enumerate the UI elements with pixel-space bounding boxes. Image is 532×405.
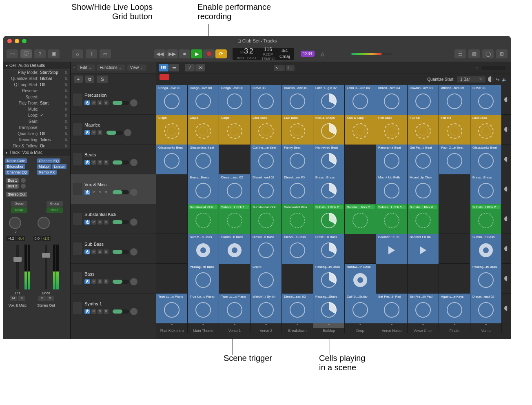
view-menu[interactable]: View ⌄ — [127, 65, 146, 71]
bus-chip[interactable]: Bus 1 — [6, 178, 19, 183]
loop-cell[interactable]: True Lo...c Piano — [219, 294, 250, 323]
mute-button[interactable]: M — [91, 309, 96, 314]
loop-cell[interactable]: Substa...l Kick.2 — [313, 204, 345, 234]
scene-trigger[interactable]: ⌃ — [470, 323, 502, 328]
solo-button[interactable]: S — [98, 249, 102, 254]
solo-button[interactable]: S — [98, 160, 102, 165]
power-button[interactable]: ⏻ — [84, 279, 90, 284]
channel-fader-r[interactable]: BnceMSStereo Out — [36, 243, 56, 307]
plugin-chip[interactable]: Remix FX — [37, 170, 57, 175]
loop-cell[interactable]: Conga...ove 08 — [156, 85, 188, 115]
edit-menu[interactable]: Edit ⌄ — [77, 65, 95, 71]
rec-enable-button[interactable]: R — [104, 249, 109, 254]
add-track-button[interactable]: + — [74, 76, 83, 83]
scene-trigger[interactable]: ⌃ — [313, 323, 345, 328]
loop-cell[interactable]: Watchf...l Synth — [250, 294, 282, 323]
channel-fader-l[interactable]: R IMSVox & Misc — [7, 243, 28, 307]
loop-cell[interactable]: Kick & Snaps — [313, 115, 345, 145]
notes-icon[interactable]: ▤ — [468, 49, 480, 58]
empty-cell[interactable] — [345, 174, 376, 204]
solo-button[interactable]: S — [98, 190, 102, 195]
track-header[interactable]: ▸ Track: Vox & Misc — [3, 149, 70, 156]
empty-cell[interactable] — [439, 264, 470, 294]
track-header[interactable]: Beats⏻MSR — [71, 145, 156, 174]
volume-slider[interactable] — [113, 250, 129, 254]
inspector-row[interactable]: Play From:Start⇅ — [3, 100, 70, 106]
cycle-button[interactable]: ⟳ — [215, 49, 227, 58]
solo-button[interactable]: S — [98, 309, 102, 314]
power-button[interactable]: ⏻ — [84, 309, 90, 314]
loop-cell[interactable]: Claps — [188, 115, 219, 145]
volume-slider[interactable] — [113, 309, 129, 314]
plugin-chip[interactable]: Channel EQ — [5, 170, 29, 175]
scene-label[interactable]: Verse 1 — [219, 328, 250, 333]
play-button[interactable]: ▶ — [191, 49, 202, 58]
loop-cell[interactable]: Full Kit — [439, 115, 470, 145]
plugin-chip[interactable]: Limiter — [52, 164, 66, 169]
volume-slider[interactable] — [113, 101, 129, 105]
inspector-row[interactable]: Mute:⇅ — [3, 106, 70, 112]
list-editors-icon[interactable]: ☰ — [454, 49, 466, 58]
power-button[interactable]: ⏻ — [84, 100, 90, 105]
pan-knob[interactable] — [130, 159, 137, 166]
loop-cell[interactable]: Substantial Kick — [250, 204, 282, 234]
automation-read-2[interactable]: Read — [47, 207, 63, 213]
pointer-tool[interactable]: ↖ ⌄ — [274, 65, 285, 71]
solo-button[interactable]: S — [98, 279, 102, 284]
loop-cell[interactable]: Rim Shot — [376, 115, 408, 145]
scene-label[interactable]: Finale — [439, 328, 470, 333]
volume-slider[interactable] — [106, 131, 123, 135]
loop-cell[interactable]: Passag...Stabs — [313, 294, 345, 323]
scene-label[interactable]: Verse 2 — [250, 328, 282, 333]
loop-cell[interactable]: Diesel...b Bass — [282, 234, 313, 264]
power-button[interactable]: ⏻ — [84, 160, 90, 165]
loop-cell[interactable]: Passag...th Bass — [313, 264, 345, 294]
quantize-start-select[interactable]: 1 Bar ⇅ — [457, 76, 485, 82]
loop-cell[interactable]: Claps — [219, 115, 250, 145]
mute-button[interactable]: M — [91, 160, 96, 165]
track-header[interactable]: Bass⏻MSR — [71, 264, 156, 294]
scene-label[interactable]: Drop — [345, 328, 376, 333]
editors-icon[interactable]: ✂ — [100, 49, 111, 58]
power-button[interactable]: ⏻ — [84, 190, 90, 195]
inspector-row[interactable]: Q Loop Start:Off⇅ — [3, 82, 70, 88]
plugin-chip[interactable]: Bitcrusher — [5, 164, 25, 169]
loop-cell[interactable]: Diesel...b Bass — [250, 234, 282, 264]
row-trigger[interactable] — [503, 145, 511, 174]
loop-cell[interactable]: Indian...rum 04 — [376, 85, 408, 115]
flex-button[interactable]: ⋈ — [195, 64, 205, 71]
mixer-icon[interactable]: ⦀ — [86, 49, 97, 58]
scene-trigger[interactable]: ⌃ — [219, 323, 250, 328]
solo-button[interactable]: S — [98, 130, 102, 135]
loop-cell[interactable]: Glassworks Beat — [188, 145, 219, 174]
loop-cell[interactable]: Claps — [156, 115, 188, 145]
loop-cell[interactable]: Substantial Kick — [188, 204, 219, 234]
loop-cell[interactable]: True Lo...c Piano — [156, 294, 188, 323]
inspector-row[interactable]: Loop:✓⇅ — [3, 112, 70, 118]
pan-knob[interactable] — [130, 308, 137, 315]
inspector-button[interactable]: ⓘ — [20, 49, 32, 58]
loop-cell[interactable]: Substa...l Kick 5 — [345, 204, 376, 234]
power-button[interactable]: ⏻ — [84, 220, 90, 225]
row-trigger[interactable] — [503, 204, 511, 234]
row-trigger[interactable] — [503, 174, 511, 204]
loop-cell[interactable]: Set Fre...th Pad — [376, 294, 408, 323]
loop-cell[interactable]: Clave 03 — [470, 85, 502, 115]
loop-cell[interactable]: Diesel...ead 02 — [250, 174, 282, 204]
scene-label[interactable]: Verse Choir — [408, 328, 439, 333]
row-trigger[interactable] — [503, 294, 511, 323]
loop-cell[interactable]: Set Fre...th Pad — [408, 294, 439, 323]
loop-cell[interactable]: Get Pu...d Beat — [408, 145, 439, 174]
metronome-icon[interactable]: △ — [317, 49, 328, 58]
row-trigger[interactable] — [503, 85, 511, 115]
loop-cell[interactable]: Panorama Beat — [376, 145, 408, 174]
loop-cell[interactable]: Glassworks Beat — [470, 145, 502, 174]
group-button-2[interactable]: Group — [47, 201, 63, 207]
track-header[interactable]: Substantial Kick⏻MSR — [71, 204, 156, 234]
loop-cell[interactable]: Latin T...gle 02 — [313, 85, 345, 115]
loop-cell[interactable]: Substantial Kick — [282, 204, 313, 234]
rec-enable-button[interactable]: R — [104, 220, 109, 225]
swap-icon[interactable]: ⇆ — [496, 77, 499, 82]
loop-cell[interactable]: Clave 03 — [250, 85, 282, 115]
stereo-out-chip[interactable]: Stereo Out — [6, 192, 27, 197]
